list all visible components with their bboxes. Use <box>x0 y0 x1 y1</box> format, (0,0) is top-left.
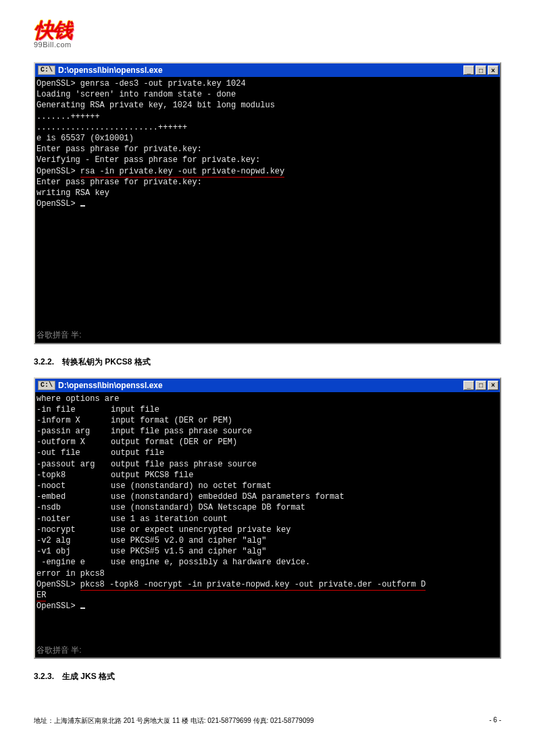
term-prompt: OpenSSL> <box>36 580 80 589</box>
term-prompt: OpenSSL> <box>36 601 80 611</box>
opt-flag: -inform X <box>36 415 111 426</box>
terminal-content[interactable]: where options are -in fileinput file -in… <box>35 392 500 658</box>
footer-address: 地址：上海浦东新区南泉北路 201 号房地大厦 11 楼 电话: 021-587… <box>34 716 314 726</box>
opt-desc: use PKCS#5 v1.5 and cipher "alg" <box>111 547 266 556</box>
opt-flag: -outform X <box>36 437 111 448</box>
window-titlebar: C:\ D:\openssl\bin\openssl.exe _ □ × <box>35 63 500 77</box>
opt-flag: -nocrypt <box>36 524 111 535</box>
opt-flag: -v1 obj <box>36 546 111 557</box>
term-line: .......++++++ <box>36 112 100 122</box>
opt-flag: -v2 alg <box>36 535 111 546</box>
opt-desc: output PKCS8 file <box>111 470 193 480</box>
logo-text: 快钱 <box>34 20 91 40</box>
term-line: .........................++++++ <box>36 123 187 132</box>
term-cmd-highlight: rsa -in private.key -out private-nopwd.k… <box>80 167 284 178</box>
opt-desc: input format (DER or PEM) <box>111 416 232 425</box>
opt-desc: input file pass phrase source <box>111 427 252 436</box>
window-controls: _ □ × <box>463 65 499 75</box>
term-line: Verifying - Enter pass phrase for privat… <box>36 155 260 165</box>
page-footer: 地址：上海浦东新区南泉北路 201 号房地大厦 11 楼 电话: 021-587… <box>34 716 501 726</box>
window-controls: _ □ × <box>463 381 499 390</box>
opt-flag: -engine e <box>36 557 111 568</box>
opt-desc: use (nonstandard) embedded DSA parameter… <box>111 492 345 502</box>
opt-desc: use (nonstandard) no octet format <box>111 481 272 491</box>
page-header: 快钱 99Bill.com <box>34 20 501 49</box>
terminal-window-1: C:\ D:\openssl\bin\openssl.exe _ □ × Ope… <box>34 62 501 344</box>
window-titlebar: C:\ D:\openssl\bin\openssl.exe _ □ × <box>35 379 500 392</box>
logo-subtext: 99Bill.com <box>34 40 91 49</box>
term-line: e is 65537 (0x10001) <box>36 134 134 143</box>
opt-desc: output file pass phrase source <box>111 460 257 469</box>
term-line: Enter pass phrase for private.key: <box>36 144 202 154</box>
opt-desc: use 1 as iteration count <box>111 514 228 524</box>
terminal-content[interactable]: OpenSSL> genrsa -des3 -out private.key 1… <box>35 77 500 343</box>
term-line: Enter pass phrase for private.key: <box>36 178 202 187</box>
section-heading-322: 3.2.2. 转换私钥为 PKCS8 格式 <box>34 356 501 368</box>
opt-flag: -noiter <box>36 514 111 524</box>
term-line: where options are <box>36 394 119 404</box>
ime-status: 谷歌拼音 半: <box>36 644 82 655</box>
cmd-prompt-icon: C:\ <box>38 381 55 390</box>
brand-logo: 快钱 99Bill.com <box>34 20 91 49</box>
cursor-icon <box>80 608 85 609</box>
opt-flag: -topk8 <box>36 470 111 481</box>
term-line: error in pkcs8 <box>36 569 105 578</box>
term-cmd-highlight: pkcs8 -topk8 -nocrypt -in private-nopwd.… <box>80 580 426 591</box>
window-title: D:\openssl\bin\openssl.exe <box>58 65 463 75</box>
opt-flag: -out file <box>36 448 111 458</box>
opt-flag: -nooct <box>36 481 111 491</box>
terminal-window-2: C:\ D:\openssl\bin\openssl.exe _ □ × whe… <box>34 377 501 659</box>
opt-desc: use or expect unencrypted private key <box>111 525 290 535</box>
cmd-prompt-icon: C:\ <box>38 65 55 75</box>
opt-desc: use (nonstandard) DSA Netscape DB format <box>111 503 305 512</box>
ime-status: 谷歌拼音 半: <box>36 329 82 340</box>
term-prompt: OpenSSL> <box>36 199 80 209</box>
opt-flag: -passout arg <box>36 459 111 470</box>
opt-flag: -in file <box>36 404 111 415</box>
cursor-icon <box>80 205 85 207</box>
close-button[interactable]: × <box>488 65 499 75</box>
opt-desc: output format (DER or PEM) <box>111 437 237 447</box>
opt-desc: input file <box>111 405 159 414</box>
section-heading-323: 3.2.3. 生成 JKS 格式 <box>34 671 501 682</box>
maximize-button[interactable]: □ <box>476 65 486 75</box>
close-button[interactable]: × <box>488 381 499 390</box>
window-title: D:\openssl\bin\openssl.exe <box>58 381 463 390</box>
footer-page-number: - 6 - <box>489 716 501 726</box>
term-cmd-highlight-wrap: ER <box>36 591 46 601</box>
term-line: Generating RSA private key, 1024 bit lon… <box>36 101 275 110</box>
minimize-button[interactable]: _ <box>463 65 474 75</box>
opt-flag: -embed <box>36 491 111 502</box>
opt-desc: output file <box>111 448 164 458</box>
term-line: OpenSSL> genrsa -des3 -out private.key 1… <box>36 79 246 88</box>
term-line: writing RSA key <box>36 188 109 198</box>
opt-flag: -nsdb <box>36 502 111 513</box>
opt-desc: use PKCS#5 v2.0 and cipher "alg" <box>111 536 266 545</box>
term-line: Loading 'screen' into random state - don… <box>36 90 236 99</box>
opt-desc: use engine e, possibly a hardware device… <box>111 558 310 567</box>
maximize-button[interactable]: □ <box>476 381 486 390</box>
opt-flag: -passin arg <box>36 426 111 437</box>
term-prompt: OpenSSL> <box>36 167 80 176</box>
minimize-button[interactable]: _ <box>463 381 474 390</box>
